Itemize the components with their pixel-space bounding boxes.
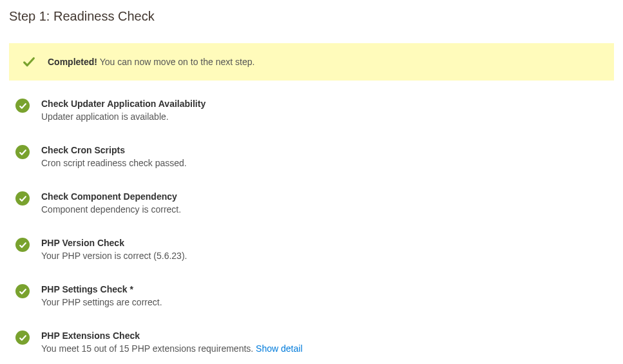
check-content: PHP Version Check Your PHP version is co…	[41, 238, 608, 261]
check-list: Check Updater Application Availability U…	[9, 99, 614, 354]
check-item: PHP Settings Check * Your PHP settings a…	[15, 284, 608, 307]
check-item: PHP Version Check Your PHP version is co…	[15, 238, 608, 261]
show-detail-link[interactable]: Show detail	[256, 343, 302, 354]
check-title: Check Cron Scripts	[41, 145, 608, 155]
completed-text: Completed! You can now move on to the ne…	[48, 57, 254, 67]
success-icon	[15, 191, 30, 206]
check-desc: Component dependency is correct.	[41, 204, 608, 215]
page-title: Step 1: Readiness Check	[9, 9, 614, 24]
check-desc: You meet 15 out of 15 PHP extensions req…	[41, 343, 608, 354]
check-title: PHP Version Check	[41, 238, 608, 248]
check-item: Check Cron Scripts Cron script readiness…	[15, 145, 608, 168]
check-icon	[22, 55, 36, 69]
check-title: PHP Extensions Check	[41, 330, 608, 341]
success-icon	[15, 284, 30, 298]
check-item: PHP Extensions Check You meet 15 out of …	[15, 330, 608, 354]
success-icon	[15, 145, 30, 159]
check-content: Check Cron Scripts Cron script readiness…	[41, 145, 608, 168]
completed-bold: Completed!	[48, 57, 97, 67]
check-content: PHP Settings Check * Your PHP settings a…	[41, 284, 608, 307]
check-desc: Cron script readiness check passed.	[41, 158, 608, 168]
success-icon	[15, 99, 30, 113]
check-title: Check Component Dependency	[41, 191, 608, 202]
check-content: PHP Extensions Check You meet 15 out of …	[41, 330, 608, 354]
check-desc: Updater application is available.	[41, 111, 608, 122]
check-content: Check Component Dependency Component dep…	[41, 191, 608, 215]
check-content: Check Updater Application Availability U…	[41, 99, 608, 122]
check-desc-text: You meet 15 out of 15 PHP extensions req…	[41, 343, 256, 354]
success-icon	[15, 238, 30, 252]
success-icon	[15, 330, 30, 345]
check-item: Check Updater Application Availability U…	[15, 99, 608, 122]
completed-rest: You can now move on to the next step.	[97, 57, 254, 67]
check-title: Check Updater Application Availability	[41, 99, 608, 109]
check-item: Check Component Dependency Component dep…	[15, 191, 608, 215]
check-desc: Your PHP version is correct (5.6.23).	[41, 251, 608, 261]
completed-banner: Completed! You can now move on to the ne…	[9, 43, 614, 81]
check-desc: Your PHP settings are correct.	[41, 297, 608, 307]
check-title: PHP Settings Check *	[41, 284, 608, 294]
